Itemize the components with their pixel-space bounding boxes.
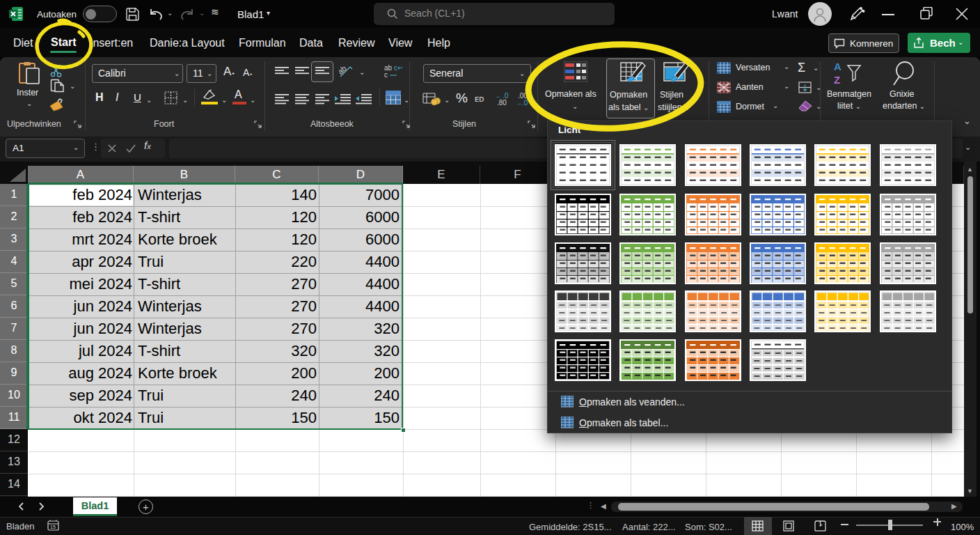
svg-text:c: c	[384, 71, 388, 78]
svg-text:Z: Z	[834, 74, 840, 86]
svg-text:.80: .80	[497, 99, 507, 107]
svg-text:c↩: c↩	[394, 64, 402, 72]
svg-text:ab: ab	[339, 64, 348, 76]
svg-text:15: 15	[50, 525, 56, 529]
svg-text:A: A	[834, 61, 841, 72]
svg-text:→.0: →.0	[515, 99, 528, 107]
